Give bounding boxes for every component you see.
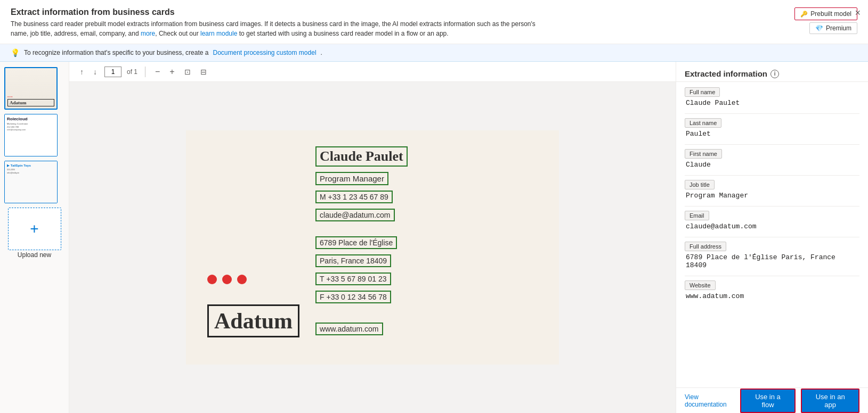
extracted-field-full-address: Full address 6789 Place de l'Église Pari… — [685, 242, 859, 269]
extracted-field-website: Website www.adatum.com — [685, 280, 859, 300]
card-tel: T +33 5 67 89 01 23 — [315, 272, 391, 285]
field-label: Last name — [685, 118, 721, 128]
page-up-button[interactable]: ↑ — [78, 67, 86, 77]
header-left: Extract information from business cards … — [11, 7, 543, 38]
page-title: Extract information from business cards — [11, 7, 543, 17]
field-label: Website — [685, 280, 716, 290]
prebuilt-icon: 🔑 — [800, 11, 808, 18]
plus-icon: + — [30, 221, 38, 236]
dot-3 — [237, 275, 247, 284]
extracted-field-full-name: Full name Claude Paulet — [685, 87, 859, 107]
card-title: Program Manager — [315, 172, 388, 185]
field-label: Full address — [685, 242, 726, 251]
field-label: Job title — [685, 180, 715, 189]
fit-width-button[interactable]: ⊟ — [198, 67, 209, 77]
use-in-app-button[interactable]: Use in an app — [801, 389, 859, 413]
extracted-field-last-name: Last name Paulet — [685, 118, 859, 138]
header-description: The business card reader prebuilt model … — [11, 19, 543, 38]
zoom-out-button[interactable]: − — [153, 66, 162, 78]
canvas-area: ↑ ↓ of 1 − + ⊡ ⊟ — [69, 62, 676, 413]
card-name: Claude Paulet — [315, 146, 408, 167]
thumbnail-3[interactable]: ▶ TailSpin Toys 555-999 info@tailspin — [4, 161, 58, 203]
field-value: Claude Paulet — [685, 99, 859, 107]
page-total: of 1 — [127, 68, 137, 76]
toolbar-separator — [145, 67, 145, 77]
field-value: 6789 Place de l'Église Paris, France 184… — [685, 253, 859, 269]
canvas-content: Adatum Claude Paulet Program Manager M +… — [69, 82, 676, 413]
extracted-field-first-name: First name Claude — [685, 149, 859, 169]
page-number-input[interactable] — [104, 67, 121, 77]
card-decoration-dots — [207, 275, 299, 284]
card-website: www.adatum.com — [315, 323, 383, 335]
premium-button[interactable]: 💎 Premium — [809, 22, 857, 34]
info-panel-header: Extracted information i — [676, 62, 868, 82]
upload-section: + Upload new — [4, 208, 64, 259]
field-divider — [685, 144, 859, 145]
card-logo: Adatum — [207, 304, 299, 337]
extracted-fields-list: Full name Claude Paulet Last name Paulet… — [676, 82, 868, 387]
field-divider — [685, 206, 859, 206]
field-value: www.adatum.com — [685, 292, 859, 300]
learn-link[interactable]: learn module — [200, 30, 237, 37]
field-value: Claude — [685, 161, 859, 169]
card-email: claude@adatum.com — [315, 209, 395, 221]
card-mobile: M +33 1 23 45 67 89 — [315, 191, 393, 203]
extracted-field-job-title: Job title Program Manager — [685, 180, 859, 200]
info-banner: 💡 To recognize information that's specif… — [0, 44, 868, 62]
close-button[interactable]: × — [855, 7, 861, 19]
lightbulb-icon: 💡 — [11, 48, 20, 57]
panel-footer: View documentation Use in a flow Use in … — [676, 387, 868, 413]
field-value: claude@adatum.com — [685, 222, 859, 230]
card-address-2: Paris, France 18409 — [315, 254, 391, 267]
custom-model-link[interactable]: Document processing custom model — [213, 49, 316, 56]
fit-page-button[interactable]: ⊡ — [182, 67, 193, 77]
field-label: Full name — [685, 87, 720, 97]
thumbnail-1[interactable]: ● ● ● Adatum — [4, 67, 58, 110]
info-panel: Extracted information i Full name Claude… — [676, 62, 868, 413]
dot-1 — [207, 275, 217, 284]
field-label: Email — [685, 211, 709, 220]
field-divider — [685, 175, 859, 176]
info-tooltip-icon[interactable]: i — [770, 70, 779, 78]
dot-2 — [222, 275, 232, 284]
view-documentation-link[interactable]: View documentation — [685, 393, 735, 408]
use-in-flow-button[interactable]: Use in a flow — [740, 389, 796, 413]
extracted-field-email: Email claude@adatum.com — [685, 211, 859, 230]
business-card-preview: Adatum Claude Paulet Program Manager M +… — [186, 130, 559, 365]
more-link[interactable]: more — [141, 30, 155, 37]
thumbnail-sidebar: ● ● ● Adatum Rolecloud Marketing Coordin… — [0, 62, 69, 413]
field-divider — [685, 276, 859, 276]
card-fax: F +33 0 12 34 56 78 — [315, 291, 391, 303]
header-right: 🔑 Prebuilt model 💎 Premium — [794, 7, 857, 34]
field-divider — [685, 237, 859, 237]
canvas-toolbar: ↑ ↓ of 1 − + ⊡ ⊟ — [69, 62, 676, 82]
field-value: Program Manager — [685, 192, 859, 200]
zoom-in-button[interactable]: + — [167, 66, 176, 78]
diamond-icon: 💎 — [815, 24, 823, 32]
field-value: Paulet — [685, 130, 859, 138]
page-down-button[interactable]: ↓ — [91, 67, 99, 77]
prebuilt-model-button[interactable]: 🔑 Prebuilt model — [794, 7, 857, 20]
field-divider — [685, 113, 859, 114]
upload-new-button[interactable]: + — [8, 208, 61, 250]
extracted-info-title: Extracted information — [685, 69, 767, 78]
thumbnail-2[interactable]: Rolecloud Marketing Coordinator 212 456 … — [4, 114, 58, 156]
field-label: First name — [685, 149, 722, 159]
card-address-1: 6789 Place de l'Église — [315, 236, 397, 249]
upload-label: Upload new — [18, 251, 51, 259]
